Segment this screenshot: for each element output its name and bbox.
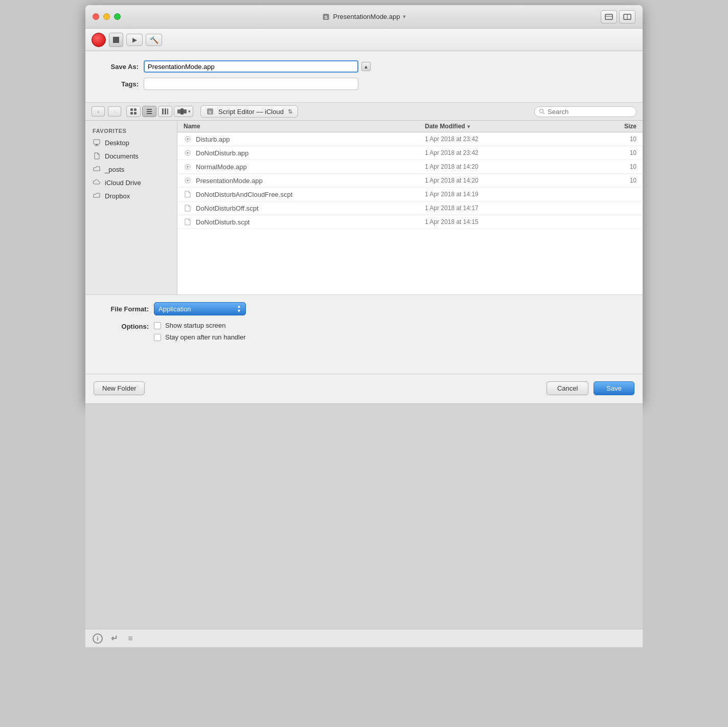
maximize-button[interactable] xyxy=(114,13,121,20)
tags-input[interactable] xyxy=(144,78,358,90)
tags-row: Tags: xyxy=(98,78,630,90)
file-row[interactable]: NormalMode.app 1 Apr 2018 at 14:20 10 xyxy=(177,160,643,174)
play-button[interactable]: ▶ xyxy=(126,34,143,46)
toolbar: ▶ 🔨 xyxy=(85,29,643,51)
app-icon xyxy=(184,176,192,185)
stay-open-checkbox[interactable] xyxy=(154,334,161,341)
bottom-section: File Format: Application ▲ ▼ Options: xyxy=(85,294,643,374)
app-icon xyxy=(184,135,192,143)
svg-rect-24 xyxy=(96,144,98,145)
header-date[interactable]: Date Modified ▾ xyxy=(425,123,606,130)
svg-rect-17 xyxy=(180,108,184,115)
icloud-icon xyxy=(93,178,101,187)
save-button[interactable]: Save xyxy=(594,381,634,395)
scpt-icon xyxy=(184,218,192,226)
header-size: Size xyxy=(606,123,636,130)
svg-line-22 xyxy=(543,112,544,114)
file-list: Name Date Modified ▾ Size xyxy=(177,121,643,294)
option-stay-open[interactable]: Stay open after run handler xyxy=(154,333,246,341)
stop-button[interactable] xyxy=(109,33,123,47)
location-dropdown[interactable]: S Script Editor — iCloud ⇅ xyxy=(200,105,298,118)
svg-point-21 xyxy=(540,109,543,113)
nav-bar: ‹ › ▾ xyxy=(85,103,643,121)
forward-button[interactable]: › xyxy=(108,106,121,117)
list-icon[interactable]: ≡ xyxy=(125,633,135,644)
sidebar-label-dropbox: Dropbox xyxy=(105,192,130,200)
sidebar: Favorites Desktop Documents xyxy=(85,121,177,294)
file-row[interactable]: Disturb.app 1 Apr 2018 at 23:42 10 xyxy=(177,132,643,146)
sidebar-section-favorites: Favorites xyxy=(85,126,177,136)
desktop-icon xyxy=(93,139,101,147)
svg-rect-15 xyxy=(167,108,168,115)
header-name[interactable]: Name xyxy=(184,123,425,130)
coverflow-view-button[interactable]: ▾ xyxy=(174,106,193,117)
tags-label: Tags: xyxy=(98,80,139,88)
cancel-button[interactable]: Cancel xyxy=(547,381,588,395)
title-bar: S PresentationMode.app ▾ xyxy=(85,5,643,29)
file-row[interactable]: DoNotDisturbOff.scpt 1 Apr 2018 at 14:17 xyxy=(177,201,643,215)
form-section: Save As: ▲ Tags: xyxy=(85,51,643,103)
file-row[interactable]: DoNotDisturb.scpt 1 Apr 2018 at 14:15 xyxy=(177,215,643,229)
search-input[interactable] xyxy=(548,108,629,116)
compile-button[interactable]: 🔨 xyxy=(146,34,162,46)
save-as-input[interactable] xyxy=(144,60,358,73)
script-editor-icon: S xyxy=(322,13,330,21)
folder-icon xyxy=(93,165,101,173)
column-view-button[interactable] xyxy=(158,106,172,117)
view-single-button[interactable] xyxy=(601,10,617,24)
sidebar-label-desktop: Desktop xyxy=(105,139,129,147)
window-title: S PresentationMode.app ▾ xyxy=(322,13,406,21)
svg-rect-8 xyxy=(130,112,133,115)
search-box[interactable] xyxy=(534,106,636,117)
sidebar-item-dropbox[interactable]: Dropbox xyxy=(85,189,177,202)
button-row: New Folder Cancel Save xyxy=(85,374,643,403)
svg-point-31 xyxy=(187,166,189,168)
view-split-button[interactable] xyxy=(619,10,635,24)
window-view-controls xyxy=(601,10,635,24)
save-as-row: Save As: ▲ xyxy=(98,60,630,73)
sidebar-item-posts[interactable]: _posts xyxy=(85,163,177,176)
file-format-label: File Format: xyxy=(98,305,149,313)
file-format-select[interactable]: Application ▲ ▼ xyxy=(154,302,246,315)
location-icon: S xyxy=(206,107,214,116)
option-startup-screen[interactable]: Show startup screen xyxy=(154,322,246,329)
file-row[interactable]: PresentationMode.app 1 Apr 2018 at 14:20… xyxy=(177,174,643,188)
sidebar-item-documents[interactable]: Documents xyxy=(85,149,177,163)
minimize-button[interactable] xyxy=(103,13,110,20)
search-icon xyxy=(539,108,545,115)
status-bar: i ↵ ≡ xyxy=(85,629,643,647)
app-background xyxy=(85,404,643,629)
svg-rect-13 xyxy=(162,108,164,115)
options-checkboxes: Show startup screen Stay open after run … xyxy=(154,322,246,341)
sort-arrow-icon: ▾ xyxy=(467,124,470,129)
file-row[interactable]: DoNotDisturbAndCloudFree.scpt 1 Apr 2018… xyxy=(177,188,643,201)
dialog-actions: Cancel Save xyxy=(547,381,634,395)
startup-screen-checkbox[interactable] xyxy=(154,322,161,329)
options-section: Options: Show startup screen Stay open a… xyxy=(98,322,630,341)
disclosure-button[interactable]: ▲ xyxy=(361,62,371,71)
svg-rect-9 xyxy=(134,112,136,115)
sidebar-item-desktop[interactable]: Desktop xyxy=(85,136,177,149)
svg-rect-23 xyxy=(94,140,100,144)
new-folder-button[interactable]: New Folder xyxy=(94,381,145,395)
file-format-row: File Format: Application ▲ ▼ xyxy=(98,302,630,315)
svg-rect-18 xyxy=(184,109,187,113)
svg-rect-2 xyxy=(605,14,612,19)
icon-view-button[interactable] xyxy=(126,106,141,117)
dropbox-icon xyxy=(93,192,101,200)
info-icon[interactable]: i xyxy=(93,633,103,644)
svg-text:S: S xyxy=(325,15,328,20)
options-label: Options: xyxy=(98,322,149,330)
svg-rect-16 xyxy=(177,109,180,113)
record-button[interactable] xyxy=(92,33,106,47)
return-icon[interactable]: ↵ xyxy=(109,633,119,644)
close-button[interactable] xyxy=(93,13,99,20)
back-button[interactable]: ‹ xyxy=(92,106,105,117)
svg-text:S: S xyxy=(209,110,212,115)
svg-point-27 xyxy=(187,138,189,140)
svg-point-33 xyxy=(187,179,189,181)
list-view-button[interactable] xyxy=(142,106,156,117)
sidebar-item-icloud[interactable]: iCloud Drive xyxy=(85,176,177,189)
svg-rect-6 xyxy=(130,108,133,111)
file-row[interactable]: DoNotDisturb.app 1 Apr 2018 at 23:42 10 xyxy=(177,146,643,160)
